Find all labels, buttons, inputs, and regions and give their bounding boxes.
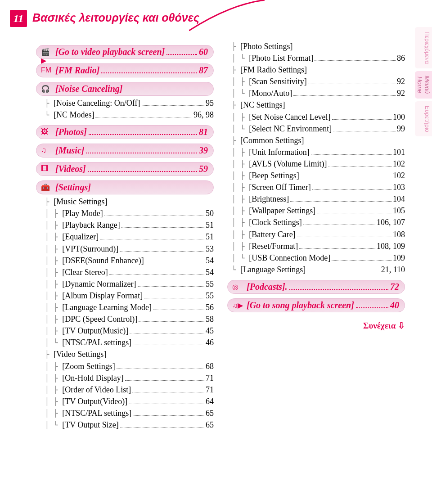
toc-row[interactable]: │ ├ [Equalizer]51 xyxy=(40,231,214,243)
toc-row[interactable]: │ ├ [Set Noise Cancel Level]100 xyxy=(227,111,405,123)
toc-row[interactable]: │ ├ [VPT(Surround)]53 xyxy=(40,243,214,255)
photo-settings-header: [Photo Settings] xyxy=(240,40,293,52)
common-settings-header: [Common Settings] xyxy=(240,135,304,146)
toc-row[interactable]: │ ├ [Unit Information]101 xyxy=(227,146,405,158)
toc-row[interactable]: │ ├ [DSEE(Sound Enhance)]54 xyxy=(40,255,214,266)
toc-row[interactable]: │ ├ [On-Hold Display]71 xyxy=(40,372,214,384)
tab-index[interactable]: Ευρετήριο xyxy=(415,101,432,137)
settings-entry[interactable]: 🧰 [Settings] xyxy=(36,180,214,194)
side-tabs: Περιεχόμενα ΜενούHome Ευρετήριο xyxy=(415,27,432,136)
nc-tree: ├ [Noise Canceling: On/Off]95 └ [NC Mode… xyxy=(40,97,214,121)
toc-row[interactable]: │ ├ [Clock Settings]106, 107 xyxy=(227,216,405,228)
song-playback-entry[interactable]: ♫▶ [Go to song playback screen]40 xyxy=(227,298,405,312)
noise-canceling-entry[interactable]: 🎧 [Noise Canceling] xyxy=(36,82,214,96)
toc-row[interactable]: │ └ [Photo List Format]86 xyxy=(227,52,405,64)
toc-row[interactable]: │ ├ [Zoom Settings]68 xyxy=(40,360,214,372)
left-column: 🎬▶ [Go to video playback screen]60 FM [F… xyxy=(36,40,214,431)
video-icon: 🎬▶ xyxy=(41,48,52,56)
manual-page: 11 Βασικές λειτουργίες και οθόνες Περιεχ… xyxy=(0,0,432,504)
music-entry[interactable]: ♫ [Music]39 xyxy=(36,144,214,158)
video-settings-header: [Video Settings] xyxy=(54,348,106,360)
toc-row[interactable]: │ ├ [Language Learning Mode]56 xyxy=(40,302,214,313)
photos-entry[interactable]: 🖼 [Photos]81 xyxy=(36,125,214,139)
videos-icon: 🎞 xyxy=(41,165,52,173)
fm-radio-entry[interactable]: FM [FM Radio]87 xyxy=(36,63,214,77)
toc-row[interactable]: └ [Language Settings]21, 110 xyxy=(227,264,405,275)
toc-row[interactable]: │ ├ [NTSC/PAL settings]65 xyxy=(40,407,214,419)
toc-row[interactable]: │ ├ [TV Output(Music)]45 xyxy=(40,325,214,337)
toc-row[interactable]: │ ├ [Brightness]104 xyxy=(227,193,405,205)
toc-row[interactable]: │ ├ [Reset/Format]108, 109 xyxy=(227,240,405,252)
settings-tree: ├ [Music Settings] │ ├ [Play Mode]50 │ ├… xyxy=(40,196,214,431)
toc-row[interactable]: └ [NC Modes]96, 98 xyxy=(40,109,214,121)
toc-row[interactable]: │ ├ [Album Display Format]55 xyxy=(40,290,214,302)
song-icon: ♫▶ xyxy=(232,301,243,309)
toc-row[interactable]: ├ [Noise Canceling: On/Off]95 xyxy=(40,97,214,109)
toc-row[interactable]: │ ├ [DPC (Speed Control)]58 xyxy=(40,313,214,325)
toc-row[interactable]: │ └ [NTSC/PAL settings]46 xyxy=(40,337,214,348)
toc-row[interactable]: │ ├ [Beep Settings]102 xyxy=(227,170,405,181)
photos-icon: 🖼 xyxy=(41,128,52,136)
toc-row[interactable]: │ ├ [Wallpaper Settings]105 xyxy=(227,205,405,216)
toc-row[interactable]: │ └ [TV Output Size]65 xyxy=(40,419,214,431)
toc-row[interactable]: │ ├ [Scan Sensitivity]92 xyxy=(227,76,405,87)
right-column: ├ [Photo Settings] │ └ [Photo List Forma… xyxy=(227,40,405,431)
toc-row[interactable]: │ ├ [TV Output(Video)]64 xyxy=(40,396,214,407)
music-icon: ♫ xyxy=(41,146,52,154)
decorative-swirl xyxy=(189,0,266,32)
toc-row[interactable]: │ ├ [Playback Range]51 xyxy=(40,219,214,231)
page-number-badge: 11 xyxy=(10,10,27,27)
toc-row[interactable]: │ ├ [Clear Stereo]54 xyxy=(40,266,214,278)
toc-row[interactable]: │ ├ [Order of Video List]71 xyxy=(40,384,214,396)
toc-row[interactable]: │ ├ [Screen Off Timer]103 xyxy=(227,181,405,193)
fm-settings-header: [FM Radio Settings] xyxy=(240,64,307,76)
music-settings-header: [Music Settings] xyxy=(54,196,108,207)
podcasts-entry[interactable]: ◎ [Podcasts].72 xyxy=(227,280,405,294)
fm-icon: FM xyxy=(41,66,52,74)
continued-indicator: Συνέχεια ⇩ xyxy=(227,320,405,331)
videos-entry[interactable]: 🎞 [Videos]59 xyxy=(36,162,214,176)
toc-row[interactable]: │ └ [USB Connection Mode]109 xyxy=(227,252,405,264)
toc-row[interactable]: │ ├ [Dynamic Normalizer]55 xyxy=(40,278,214,290)
toc-row[interactable]: │ ├ [Play Mode]50 xyxy=(40,207,214,219)
nc-icon: 🎧 xyxy=(41,85,52,93)
page-title: Βασικές λειτουργίες και οθόνες xyxy=(32,11,199,24)
toc-row[interactable]: │ ├ [Battery Care]108 xyxy=(227,229,405,240)
tab-contents[interactable]: Περιεχόμενα xyxy=(415,27,432,68)
nc-settings-header: [NC Settings] xyxy=(240,99,285,111)
settings-icon: 🧰 xyxy=(41,183,52,191)
toc-row[interactable]: │ └ [Mono/Auto]92 xyxy=(227,87,405,99)
toc-row[interactable]: │ ├ [AVLS (Volume Limit)]102 xyxy=(227,158,405,170)
toc-row[interactable]: │ └ [Select NC Environment]99 xyxy=(227,123,405,135)
video-playback-entry[interactable]: 🎬▶ [Go to video playback screen]60 xyxy=(36,45,214,59)
tab-home-menu[interactable]: ΜενούHome xyxy=(415,71,432,98)
podcast-icon: ◎ xyxy=(232,283,243,291)
